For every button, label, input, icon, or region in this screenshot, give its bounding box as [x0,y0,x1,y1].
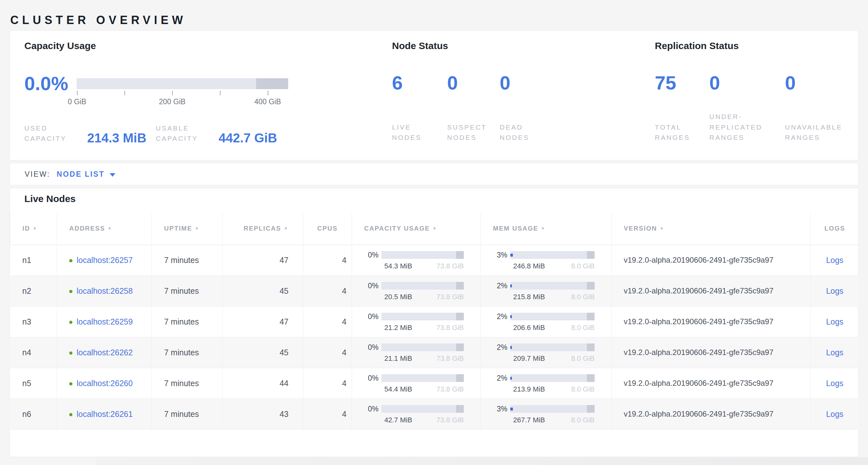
mem-usage-cell: 3% 267.7 MiB 8.0 GiB [481,399,612,429]
mem-total-value: 8.0 GiB [571,324,595,332]
axis-tick [220,91,220,95]
column-header[interactable]: REPLICAS▼ [223,213,303,245]
table-row: n4 localhost:26262 7 minutes 45 4 0% [10,337,859,368]
column-header-label: ADDRESS [69,225,105,232]
logs-link[interactable]: Logs [826,317,843,326]
capacity-percent-label: 0% [352,282,381,290]
live-nodes-panel: Live Nodes ID▼ ADDRESS▼ UPTIM [10,188,858,457]
column-header[interactable]: CAPACITY USAGE▼ [352,213,481,245]
mem-used-segment [510,254,513,257]
column-header-label: ID [23,225,30,232]
mem-meter-bar [510,313,595,320]
capacity-usage-cell: 0% 21.1 MiB 73.8 GiB [352,337,481,368]
view-label: VIEW: [25,170,50,179]
capacity-usage-cell: 0% 42.7 MiB 73.8 GiB [352,399,481,429]
node-live-status-icon [69,382,72,385]
sort-arrow-icon: ▼ [33,226,37,231]
mem-total-value: 8.0 GiB [571,293,595,301]
table-row: n1 localhost:26257 7 minutes 47 4 0% [10,245,859,275]
capacity-reserved-segment [456,344,464,351]
node-status-section: Node Status 6 0 0 LIVE NODES SUSPECT NOD… [392,31,636,160]
mem-reserved-segment [587,313,595,320]
replicas-cell: 45 [223,275,303,306]
node-live-status-icon [69,321,72,324]
sort-arrow-icon: ▼ [432,226,437,231]
capacity-axis: 0 GiB 200 GiB 400 GiB [76,89,288,102]
logs-link[interactable]: Logs [826,348,843,357]
capacity-meter-bar [381,282,464,290]
node-address-cell: localhost:26257 [57,245,152,275]
column-header[interactable]: UPTIME▼ [152,213,223,245]
uptime-cell: 7 minutes [152,275,223,306]
logs-link[interactable]: Logs [826,379,843,388]
uptime-cell: 7 minutes [152,245,223,275]
used-capacity-value: 214.3 MiB [87,131,147,145]
capacity-meter-bar [381,251,464,259]
logs-link[interactable]: Logs [826,256,843,265]
capacity-percent: 0.0% [24,72,68,95]
capacity-total-value: 73.8 GiB [436,293,464,301]
usable-capacity-label: USABLE CAPACITY [156,123,210,144]
table-row: n5 localhost:26260 7 minutes 44 4 0% [10,368,859,399]
mem-total-value: 8.0 GiB [571,262,595,270]
node-address-link[interactable]: localhost:26259 [76,317,133,326]
unavailable-ranges-count: 0 [785,72,853,94]
replicas-cell: 47 [223,306,303,337]
capacity-usage-section: Capacity Usage 0.0% 0 GiB 200 GiB 400 Gi… [24,31,377,160]
node-address-link[interactable]: localhost:26262 [76,348,133,357]
column-header-label: REPLICAS [244,225,281,232]
view-selector-dropdown[interactable]: NODE LIST [57,170,116,179]
column-header[interactable]: VERSION▼ [612,213,811,245]
logs-link[interactable]: Logs [826,409,843,418]
dead-nodes-count: 0 [500,72,548,94]
column-header-label: CAPACITY USAGE [364,225,430,232]
column-header: LOGS▼ [811,213,859,245]
node-address-link[interactable]: localhost:26257 [76,256,133,265]
column-header[interactable]: MEM USAGE▼ [481,213,612,245]
replication-status-section: Replication Status 75 0 0 TOTAL RANGES U… [655,31,854,160]
axis-label: 200 GiB [159,97,186,106]
mem-percent-label: 2% [481,343,510,352]
capacity-meter-bar [381,374,464,382]
view-selected-value: NODE LIST [57,170,105,179]
table-header-row: ID▼ ADDRESS▼ UPTIME▼ REPLICAS▼ [10,213,859,245]
capacity-percent-label: 0% [352,374,381,383]
node-id-cell: n6 [10,399,57,429]
node-live-status-icon [69,290,72,293]
uptime-cell: 7 minutes [152,368,223,399]
node-status-title: Node Status [392,40,448,51]
node-id-cell: n3 [10,306,57,337]
mem-used-segment [510,346,512,349]
node-address-cell: localhost:26262 [57,337,152,368]
column-header[interactable]: ID▼ [10,213,57,245]
cpus-cell: 4 [303,245,352,275]
replicas-cell: 45 [223,337,303,368]
column-header[interactable]: ADDRESS▼ [57,213,152,245]
node-address-link[interactable]: localhost:26260 [76,379,133,388]
cpus-cell: 4 [303,337,352,368]
table-row: n6 localhost:26261 7 minutes 43 4 0% [10,399,859,429]
replicas-cell: 44 [223,368,303,399]
capacity-usage-cell: 0% 54.3 MiB 73.8 GiB [352,245,481,275]
table-row: n2 localhost:26258 7 minutes 45 4 0% [10,275,859,306]
capacity-used-value: 21.1 MiB [384,354,412,363]
mem-meter-bar [510,344,595,351]
logs-cell: Logs [811,399,859,429]
node-address-link[interactable]: localhost:26261 [76,409,133,418]
capacity-used-value: 20.5 MiB [384,293,412,301]
capacity-total-value: 73.8 GiB [436,416,464,424]
mem-usage-cell: 2% 213.9 MiB 8.0 GiB [481,368,612,399]
mem-meter-bar [510,374,595,382]
capacity-usage-cell: 0% 21.2 MiB 73.8 GiB [352,306,481,337]
mem-usage-cell: 2% 215.8 MiB 8.0 GiB [481,275,612,306]
column-header-label: LOGS [825,225,845,232]
cpus-cell: 4 [303,306,352,337]
page-title: CLUSTER OVERVIEW [10,13,186,27]
capacity-percent-label: 0% [352,405,381,413]
axis-label: 0 GiB [68,97,87,106]
capacity-reserved-segment [456,374,464,382]
node-address-link[interactable]: localhost:26258 [76,286,133,295]
sort-arrow-icon: ▼ [541,226,546,231]
logs-link[interactable]: Logs [826,286,843,295]
logs-cell: Logs [811,306,859,337]
